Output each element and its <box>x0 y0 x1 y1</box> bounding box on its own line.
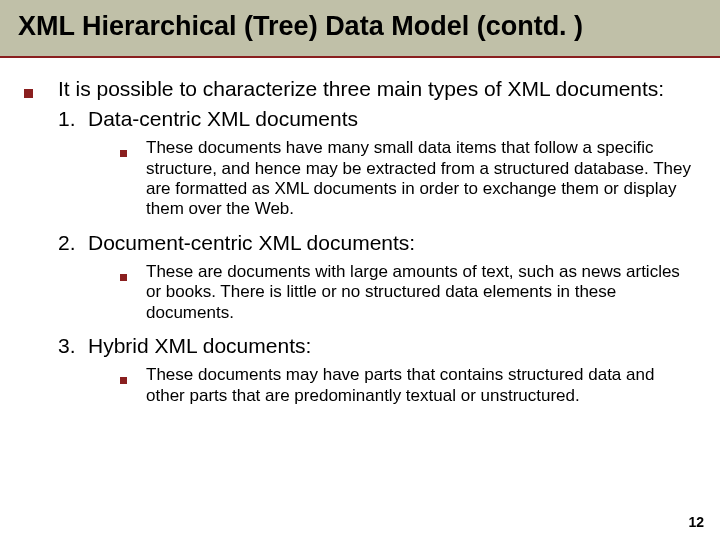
item-heading: Hybrid XML documents: <box>88 333 311 359</box>
item-description: These are documents with large amounts o… <box>146 262 696 323</box>
sub-bullet: These are documents with large amounts o… <box>120 262 696 323</box>
list-item: 1. Data-centric XML documents <box>58 106 696 132</box>
slide-content: It is possible to characterize three mai… <box>0 58 720 427</box>
page-number: 12 <box>688 514 704 530</box>
item-description: These documents may have parts that cont… <box>146 365 696 406</box>
sub-bullet: These documents may have parts that cont… <box>120 365 696 406</box>
slide-title: XML Hierarchical (Tree) Data Model (cont… <box>18 10 702 44</box>
intro-bullet: It is possible to characterize three mai… <box>24 76 696 102</box>
list-item: 2. Document-centric XML documents: <box>58 230 696 256</box>
square-bullet-icon <box>24 76 58 102</box>
item-number: 1. <box>58 106 88 132</box>
list-item: 3. Hybrid XML documents: <box>58 333 696 359</box>
item-number: 2. <box>58 230 88 256</box>
square-bullet-icon <box>120 365 146 406</box>
item-heading: Data-centric XML documents <box>88 106 358 132</box>
item-number: 3. <box>58 333 88 359</box>
item-description: These documents have many small data ite… <box>146 138 696 220</box>
square-bullet-icon <box>120 138 146 220</box>
square-bullet-icon <box>120 262 146 323</box>
sub-bullet: These documents have many small data ite… <box>120 138 696 220</box>
title-band: XML Hierarchical (Tree) Data Model (cont… <box>0 0 720 58</box>
intro-text: It is possible to characterize three mai… <box>58 76 664 102</box>
item-heading: Document-centric XML documents: <box>88 230 415 256</box>
